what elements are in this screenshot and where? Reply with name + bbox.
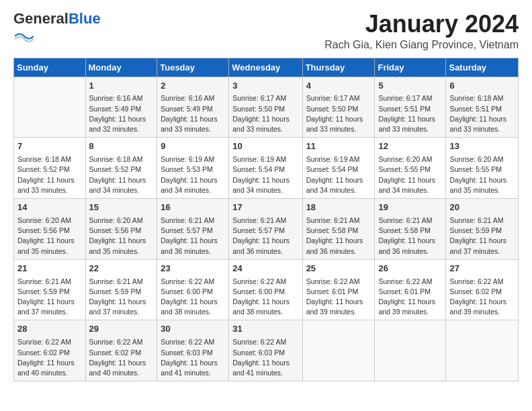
day-number: 31	[232, 323, 298, 336]
day-info: Sunrise: 6:20 AMSunset: 5:56 PMDaylight:…	[89, 216, 154, 257]
day-info: Sunrise: 6:22 AMSunset: 6:02 PMDaylight:…	[89, 337, 154, 378]
logo-general: General	[13, 10, 69, 27]
calendar-cell: 7Sunrise: 6:18 AMSunset: 5:52 PMDaylight…	[14, 138, 86, 199]
day-number: 29	[89, 323, 154, 336]
day-number: 25	[306, 263, 371, 275]
day-info: Sunrise: 6:20 AMSunset: 5:55 PMDaylight:…	[449, 154, 515, 195]
calendar-cell	[375, 320, 446, 381]
logo: GeneralBlue	[13, 11, 101, 48]
day-info: Sunrise: 6:19 AMSunset: 5:54 PMDaylight:…	[232, 154, 298, 195]
day-number: 16	[161, 201, 225, 214]
day-info: Sunrise: 6:17 AMSunset: 5:50 PMDaylight:…	[306, 93, 371, 134]
calendar-cell: 4Sunrise: 6:17 AMSunset: 5:50 PMDaylight…	[302, 77, 375, 138]
day-number: 10	[232, 140, 298, 153]
calendar-cell: 18Sunrise: 6:21 AMSunset: 5:58 PMDayligh…	[302, 199, 375, 260]
day-number: 28	[17, 323, 82, 336]
day-info: Sunrise: 6:18 AMSunset: 5:52 PMDaylight:…	[89, 154, 154, 195]
day-info: Sunrise: 6:21 AMSunset: 5:58 PMDaylight:…	[306, 216, 371, 257]
day-info: Sunrise: 6:16 AMSunset: 5:49 PMDaylight:…	[89, 93, 154, 134]
calendar-cell: 19Sunrise: 6:21 AMSunset: 5:58 PMDayligh…	[375, 199, 446, 260]
day-number: 7	[17, 140, 82, 153]
day-info: Sunrise: 6:22 AMSunset: 6:00 PMDaylight:…	[161, 277, 225, 318]
day-info: Sunrise: 6:22 AMSunset: 6:02 PMDaylight:…	[17, 337, 82, 378]
calendar-cell: 16Sunrise: 6:21 AMSunset: 5:57 PMDayligh…	[157, 199, 229, 260]
calendar-cell: 31Sunrise: 6:22 AMSunset: 6:03 PMDayligh…	[229, 320, 302, 381]
day-info: Sunrise: 6:18 AMSunset: 5:51 PMDaylight:…	[449, 93, 515, 134]
day-number: 13	[449, 140, 515, 153]
day-number: 17	[232, 201, 298, 214]
calendar-cell: 12Sunrise: 6:20 AMSunset: 5:55 PMDayligh…	[375, 138, 446, 199]
logo-blue: Blue	[69, 10, 101, 27]
day-number: 3	[232, 80, 298, 93]
day-info: Sunrise: 6:19 AMSunset: 5:54 PMDaylight:…	[306, 154, 371, 195]
day-number: 2	[161, 80, 225, 93]
day-number: 26	[378, 263, 442, 275]
day-info: Sunrise: 6:18 AMSunset: 5:52 PMDaylight:…	[17, 154, 82, 195]
calendar-cell: 10Sunrise: 6:19 AMSunset: 5:54 PMDayligh…	[229, 138, 302, 199]
day-info: Sunrise: 6:16 AMSunset: 5:49 PMDaylight:…	[161, 93, 225, 134]
day-info: Sunrise: 6:21 AMSunset: 5:58 PMDaylight:…	[378, 216, 442, 257]
day-number: 5	[378, 80, 442, 93]
calendar-cell: 5Sunrise: 6:17 AMSunset: 5:51 PMDaylight…	[375, 77, 446, 138]
day-number: 12	[378, 140, 442, 153]
calendar-cell: 2Sunrise: 6:16 AMSunset: 5:49 PMDaylight…	[157, 77, 229, 138]
day-info: Sunrise: 6:22 AMSunset: 6:02 PMDaylight:…	[449, 277, 515, 318]
header-row: SundayMondayTuesdayWednesdayThursdayFrid…	[14, 58, 519, 77]
calendar-table: SundayMondayTuesdayWednesdayThursdayFrid…	[13, 58, 519, 382]
day-number: 1	[89, 80, 154, 93]
calendar-cell: 14Sunrise: 6:20 AMSunset: 5:56 PMDayligh…	[14, 199, 86, 260]
day-number: 9	[161, 140, 225, 153]
calendar-cell: 28Sunrise: 6:22 AMSunset: 6:02 PMDayligh…	[14, 320, 86, 381]
calendar-cell: 15Sunrise: 6:20 AMSunset: 5:56 PMDayligh…	[85, 199, 157, 260]
week-row-4: 21Sunrise: 6:21 AMSunset: 5:59 PMDayligh…	[14, 259, 519, 320]
calendar-cell: 1Sunrise: 6:16 AMSunset: 5:49 PMDaylight…	[85, 77, 157, 138]
calendar-cell: 29Sunrise: 6:22 AMSunset: 6:02 PMDayligh…	[85, 320, 157, 381]
calendar-cell: 9Sunrise: 6:19 AMSunset: 5:53 PMDaylight…	[157, 138, 229, 199]
day-info: Sunrise: 6:21 AMSunset: 5:59 PMDaylight:…	[449, 216, 515, 257]
calendar-title: January 2024	[324, 11, 519, 38]
calendar-cell	[14, 77, 86, 138]
header-day-thursday: Thursday	[302, 58, 375, 77]
calendar-subtitle: Rach Gia, Kien Giang Province, Vietnam	[324, 39, 519, 51]
day-info: Sunrise: 6:22 AMSunset: 6:00 PMDaylight:…	[232, 277, 298, 318]
day-number: 15	[89, 201, 154, 214]
day-number: 23	[161, 263, 225, 275]
calendar-cell: 11Sunrise: 6:19 AMSunset: 5:54 PMDayligh…	[302, 138, 375, 199]
calendar-cell: 3Sunrise: 6:17 AMSunset: 5:50 PMDaylight…	[229, 77, 302, 138]
week-row-2: 7Sunrise: 6:18 AMSunset: 5:52 PMDaylight…	[14, 138, 519, 199]
calendar-cell: 17Sunrise: 6:21 AMSunset: 5:57 PMDayligh…	[229, 199, 302, 260]
day-info: Sunrise: 6:22 AMSunset: 6:01 PMDaylight:…	[306, 277, 371, 318]
day-number: 18	[306, 201, 371, 214]
day-info: Sunrise: 6:19 AMSunset: 5:53 PMDaylight:…	[161, 154, 225, 195]
logo-wave-icon	[15, 27, 34, 46]
calendar-cell: 6Sunrise: 6:18 AMSunset: 5:51 PMDaylight…	[446, 77, 519, 138]
day-info: Sunrise: 6:21 AMSunset: 5:57 PMDaylight:…	[161, 216, 225, 257]
day-info: Sunrise: 6:21 AMSunset: 5:59 PMDaylight:…	[89, 277, 154, 318]
calendar-cell: 26Sunrise: 6:22 AMSunset: 6:01 PMDayligh…	[375, 259, 446, 320]
calendar-cell: 23Sunrise: 6:22 AMSunset: 6:00 PMDayligh…	[157, 259, 229, 320]
header-day-tuesday: Tuesday	[157, 58, 229, 77]
header-day-sunday: Sunday	[14, 58, 86, 77]
calendar-cell: 24Sunrise: 6:22 AMSunset: 6:00 PMDayligh…	[229, 259, 302, 320]
week-row-3: 14Sunrise: 6:20 AMSunset: 5:56 PMDayligh…	[14, 199, 519, 260]
day-number: 30	[161, 323, 225, 336]
day-info: Sunrise: 6:20 AMSunset: 5:56 PMDaylight:…	[17, 216, 82, 257]
calendar-cell	[302, 320, 375, 381]
day-number: 19	[378, 201, 442, 214]
calendar-cell: 20Sunrise: 6:21 AMSunset: 5:59 PMDayligh…	[446, 199, 519, 260]
calendar-cell: 27Sunrise: 6:22 AMSunset: 6:02 PMDayligh…	[446, 259, 519, 320]
day-number: 27	[449, 263, 515, 275]
day-number: 6	[449, 80, 515, 93]
calendar-cell	[446, 320, 519, 381]
day-number: 4	[306, 80, 371, 93]
day-number: 8	[89, 140, 154, 153]
day-info: Sunrise: 6:22 AMSunset: 6:03 PMDaylight:…	[161, 337, 225, 378]
title-area: January 2024 Rach Gia, Kien Giang Provin…	[324, 11, 519, 51]
day-info: Sunrise: 6:21 AMSunset: 5:59 PMDaylight:…	[17, 277, 82, 318]
week-row-1: 1Sunrise: 6:16 AMSunset: 5:49 PMDaylight…	[14, 77, 519, 138]
day-info: Sunrise: 6:17 AMSunset: 5:50 PMDaylight:…	[232, 93, 298, 134]
logo-text: GeneralBlue	[13, 11, 101, 27]
day-number: 21	[17, 263, 82, 275]
header-day-saturday: Saturday	[446, 58, 519, 77]
day-info: Sunrise: 6:21 AMSunset: 5:57 PMDaylight:…	[232, 216, 298, 257]
